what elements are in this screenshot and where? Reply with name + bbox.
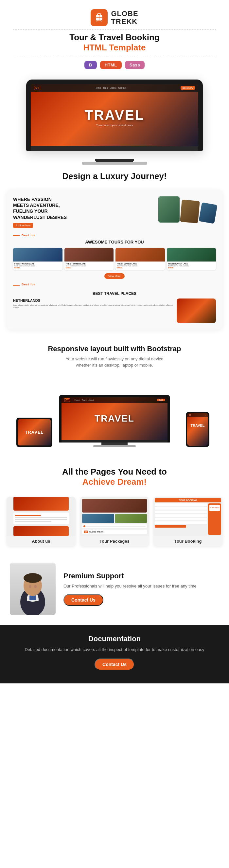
device-desktop-stand xyxy=(101,442,128,445)
phone-nav-menu: ≡ xyxy=(205,414,206,416)
title-block: Tour & Travel Booking HTML Template xyxy=(6,32,223,53)
pkg-bottom xyxy=(82,524,147,528)
responsive-desc-1: Your website will run flawlessly on any … xyxy=(10,356,219,362)
tour-card-info-3: FRESH WATER LAKE Banff National Park, Ca… xyxy=(116,261,165,270)
netherlands-country: NETHERLANDS xyxy=(13,299,174,303)
packages-logo-text: GLOBE TREKK xyxy=(89,531,104,533)
page-preview-packages: GT GLOBE TREKK xyxy=(80,497,149,536)
preview-hero-img-2 xyxy=(180,200,200,223)
preview-hero-img-3 xyxy=(199,202,217,223)
logo-wrap: GLOBE TREKK xyxy=(6,9,223,26)
about-text-block xyxy=(13,513,69,524)
svg-point-6 xyxy=(101,20,102,21)
dashed-divider-top xyxy=(13,29,216,30)
tour-card-info-2: FRESH WATER LAKE Banff National Park, Ca… xyxy=(64,261,114,270)
netherlands-description: Lorem ipsum dolor sit amet, consectetur … xyxy=(13,304,174,309)
desktop-nav-cta: Book xyxy=(157,399,165,401)
about-top-img xyxy=(13,497,69,510)
badge-html: HTML xyxy=(100,61,122,69)
desktop-nav-link-2: Tours xyxy=(82,399,87,401)
booking-header: TOUR BOOKING xyxy=(155,498,221,502)
page-card-label-booking: Tour Booking xyxy=(154,536,223,546)
desktop-nav: GT Home Tours About Book xyxy=(62,397,167,403)
svg-point-14 xyxy=(34,585,37,588)
svg-rect-10 xyxy=(29,595,36,600)
preview-hero-left: WHERE PASSION MEETS ADVENTURE, FUELING Y… xyxy=(13,196,67,228)
phone-nav-logo: GT xyxy=(189,414,191,416)
preview-hero: WHERE PASSION MEETS ADVENTURE, FUELING Y… xyxy=(13,196,216,228)
luggage-icon xyxy=(91,9,108,26)
tours-section-line xyxy=(13,235,20,236)
laptop-nav-cta[interactable]: Book Now xyxy=(181,86,195,90)
laptop-nav-link-tours: Tours xyxy=(103,87,108,89)
best-places-label-row: Best for xyxy=(13,283,216,289)
support-description: Our Professionals will help you resolve … xyxy=(63,583,197,589)
laptop-nav-links: Home Tours About Contact xyxy=(43,87,178,89)
preview-tours-label: Best for xyxy=(13,234,216,237)
netherlands-image xyxy=(177,299,216,323)
tour-card-img-4 xyxy=(167,248,216,261)
tour-card-img-1 xyxy=(13,248,63,261)
badge-bootstrap: B xyxy=(85,61,97,69)
booking-body: GLOBE TREKK xyxy=(155,503,221,535)
preview-hero-cta[interactable]: Explore Now xyxy=(13,223,33,228)
pages-grid: About us GT GLOBE TREKK To xyxy=(0,490,229,553)
logo-trekk: TREKK xyxy=(111,18,137,26)
tour-card-3: FRESH WATER LAKE Banff National Park, Ca… xyxy=(116,248,165,270)
page-preview-packages-wrap: GT GLOBE TREKK xyxy=(80,497,149,536)
booking-form-line-1 xyxy=(155,503,207,506)
preview-hero-img-1 xyxy=(158,196,179,223)
tour-cards-row: FRESH WATER LAKE Banff National Park, Ca… xyxy=(13,248,216,270)
device-desktop-inner: GT Home Tours About Book TRAVEL xyxy=(62,397,167,440)
phone-hero-text: TRAVEL xyxy=(187,424,208,428)
logo-globe: GLOBE xyxy=(111,10,138,18)
booking-right-col: GLOBE TREKK xyxy=(208,503,221,535)
support-content: Premium Support Our Professionals will h… xyxy=(63,572,197,606)
responsive-title: Responsive layout built with Bootstrap xyxy=(10,345,219,353)
page-preview-about-wrap xyxy=(6,497,75,536)
devices-mockup: GT Home Tours About Book TRAVEL TRAVEL xyxy=(0,372,229,457)
page-card-about: About us xyxy=(6,497,75,546)
all-pages-subtitle: Achieve Dream! xyxy=(6,477,223,487)
svg-point-12 xyxy=(24,573,42,583)
docs-title: Documentation xyxy=(10,634,219,643)
about-text-line-3 xyxy=(15,521,52,522)
page-preview-about xyxy=(6,497,75,536)
preview-hero-tagline: WHERE PASSION MEETS ADVENTURE, FUELING Y… xyxy=(13,196,67,220)
packages-logo-icon: GT xyxy=(84,531,88,533)
svg-point-13 xyxy=(29,585,31,588)
best-places-section-line xyxy=(13,285,20,286)
device-tablet: TRAVEL xyxy=(17,417,52,447)
laptop-nav-link-home: Home xyxy=(95,87,101,89)
all-pages-section: All the Pages You Need to Achieve Dream! xyxy=(0,457,229,490)
device-phone: GT ≡ TRAVEL xyxy=(186,412,209,447)
view-more-btn[interactable]: View More xyxy=(104,273,125,279)
support-section: Premium Support Our Professionals will h… xyxy=(0,553,229,625)
page-card-label-about: About us xyxy=(6,536,75,546)
main-title: Tour & Travel Booking xyxy=(6,32,223,42)
tour-card-price-2: $6000 xyxy=(66,267,71,269)
docs-section: Documentation Detailed documentation whi… xyxy=(0,625,229,684)
luxury-section: Design a Luxury Journey! xyxy=(0,165,229,185)
support-contact-btn[interactable]: Contact Us xyxy=(63,594,103,606)
pkg-bottom-line xyxy=(86,526,146,527)
best-places-section: Best for BEST TRAVEL PLACES NETHERLANDS … xyxy=(13,283,216,323)
responsive-desc-2: whether it's an desktop, laptop or mobil… xyxy=(10,362,219,369)
svg-point-5 xyxy=(96,20,97,21)
tour-card-1: FRESH WATER LAKE Banff National Park, Ca… xyxy=(13,248,63,270)
page-preview-booking: TOUR BOOKING GLOBE TREKK xyxy=(154,497,223,536)
laptop-mockup: GT Home Tours About Contact Book Now TRA… xyxy=(0,76,229,159)
booking-form-line-3 xyxy=(155,510,207,513)
tour-card-info-4: FRESH WATER LAKE Banff National Park, Ca… xyxy=(167,261,216,270)
device-desktop: GT Home Tours About Book TRAVEL xyxy=(59,395,170,447)
about-text-line-2 xyxy=(15,519,67,520)
laptop-nav: GT Home Tours About Contact Book Now xyxy=(31,84,198,92)
pkg-mini-card-2 xyxy=(115,514,147,523)
about-text-line-1 xyxy=(15,517,67,518)
tour-card-img-3 xyxy=(116,248,165,261)
pkg-row xyxy=(82,514,147,523)
desktop-nav-link-3: About xyxy=(88,399,94,401)
docs-contact-btn[interactable]: Contact Us xyxy=(95,658,134,670)
header: GLOBE TREKK Tour & Travel Booking HTML T… xyxy=(0,0,229,165)
laptop-nav-logo: GT xyxy=(34,86,40,90)
